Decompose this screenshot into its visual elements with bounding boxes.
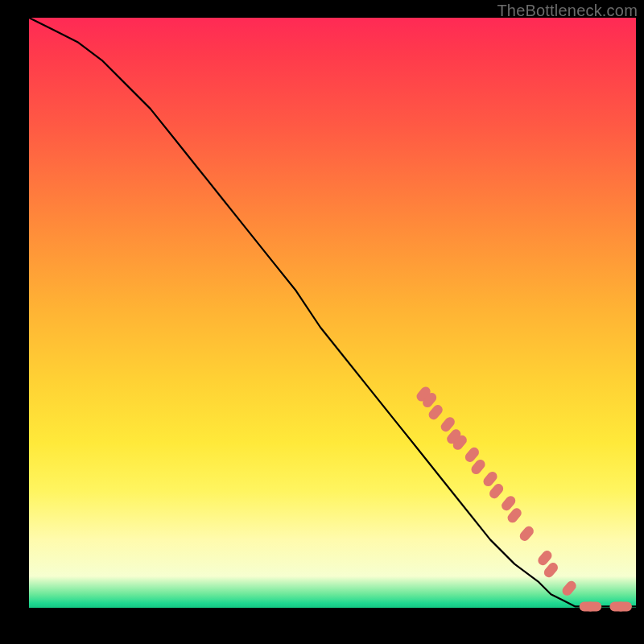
chart-frame: TheBottleneck.com <box>0 0 644 644</box>
bottleneck-curve <box>29 18 636 606</box>
chart-svg <box>29 18 636 625</box>
marker-point <box>560 579 578 597</box>
marker-point <box>616 601 632 611</box>
marker-point <box>518 524 535 543</box>
curve-markers <box>415 385 632 611</box>
marker-point <box>585 601 601 611</box>
plot-area <box>29 18 636 625</box>
